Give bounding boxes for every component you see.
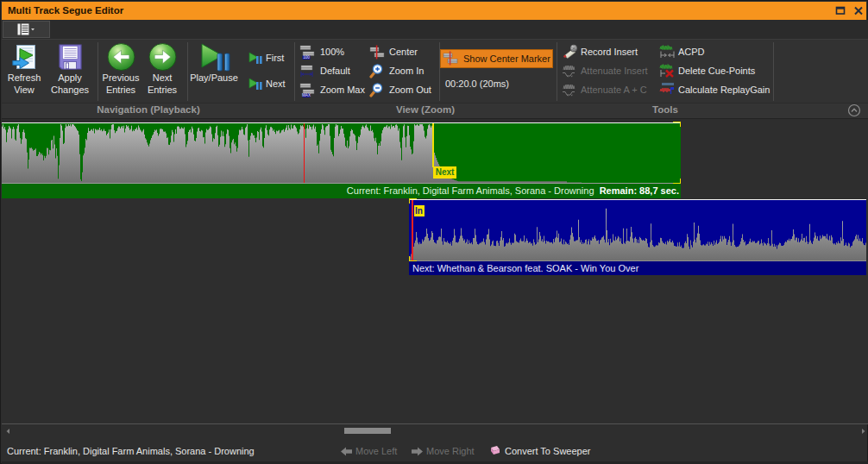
svg-text:MAX: MAX bbox=[302, 93, 311, 97]
svg-text:100: 100 bbox=[303, 55, 310, 60]
